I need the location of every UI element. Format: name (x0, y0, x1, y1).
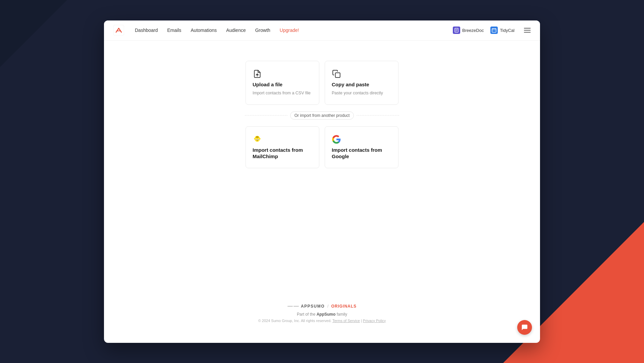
svg-point-15 (258, 139, 259, 139)
svg-point-14 (256, 139, 256, 139)
upload-file-card[interactable]: Upload a file Import contacts from a CSV… (246, 61, 319, 105)
breezedoc-label: BreezeDoc (462, 28, 484, 33)
footer: APPSUMO / ORIGINALS Part of the AppSumo … (258, 299, 386, 329)
nav-emails[interactable]: Emails (167, 28, 181, 33)
tidycal-app[interactable]: TidyCal (490, 27, 515, 34)
main-content: Upload a file Import contacts from a CSV… (104, 41, 540, 343)
mailchimp-icon (253, 135, 262, 144)
nav-dashboard[interactable]: Dashboard (135, 28, 158, 33)
tidycal-label: TidyCal (500, 28, 515, 33)
copy-paste-desc: Paste your contacts directly (332, 90, 391, 96)
google-icon (332, 135, 341, 144)
divider-row: Or import from another product (245, 111, 399, 120)
svg-point-18 (254, 138, 255, 139)
copy-paste-card[interactable]: Copy and paste Paste your contacts direc… (325, 61, 398, 105)
upload-file-title: Upload a file (253, 81, 312, 88)
appsumo-dashes (287, 306, 299, 307)
svg-rect-0 (113, 25, 124, 36)
copy-icon (332, 69, 341, 79)
logo[interactable] (113, 25, 124, 36)
file-upload-icon (253, 69, 262, 79)
nav-growth[interactable]: Growth (255, 28, 270, 33)
copy-paste-title: Copy and paste (332, 81, 391, 88)
appsumo-text: APPSUMO (301, 304, 325, 309)
terms-link[interactable]: Terms of Service (332, 319, 360, 323)
appsumo-brand: APPSUMO / ORIGINALS (287, 304, 357, 309)
svg-rect-5 (492, 29, 496, 32)
google-title: Import contacts from Google (332, 147, 391, 160)
divider-right (357, 115, 399, 116)
google-card[interactable]: Import contacts from Google (325, 126, 398, 168)
chat-button[interactable] (517, 320, 532, 335)
divider-label: Or import from another product (290, 111, 354, 120)
svg-point-17 (256, 136, 259, 138)
hamburger-menu[interactable] (524, 27, 531, 34)
nav-links: Dashboard Emails Automations Audience Gr… (135, 28, 453, 33)
upload-file-desc: Import contacts from a CSV file (253, 90, 312, 96)
footer-family: Part of the AppSumo family (297, 312, 347, 317)
divider-left (245, 115, 287, 116)
originals-text: ORIGINALS (331, 304, 357, 309)
nav-automations[interactable]: Automations (191, 28, 217, 33)
import-grid-top: Upload a file Import contacts from a CSV… (246, 61, 398, 105)
import-grid-bottom: Import contacts from MailChimp Import co… (246, 126, 398, 168)
app-window: Dashboard Emails Automations Audience Gr… (104, 20, 540, 343)
tidycal-icon (490, 27, 498, 34)
breezedoc-app[interactable]: BreezeDoc (453, 27, 484, 34)
privacy-link[interactable]: Privacy Policy (363, 319, 386, 323)
nav-upgrade[interactable]: Upgrade! (280, 28, 299, 33)
nav-right: BreezeDoc TidyCal (453, 27, 531, 34)
nav-audience[interactable]: Audience (226, 28, 246, 33)
svg-point-19 (259, 138, 261, 139)
breezedoc-icon (453, 27, 460, 34)
navbar: Dashboard Emails Automations Audience Gr… (104, 20, 540, 41)
svg-rect-10 (335, 73, 340, 77)
svg-point-20 (257, 139, 258, 140)
mailchimp-card[interactable]: Import contacts from MailChimp (246, 126, 319, 168)
footer-copy: © 2024 Sumo Group, Inc. All rights reser… (258, 319, 386, 323)
mailchimp-title: Import contacts from MailChimp (253, 147, 312, 160)
